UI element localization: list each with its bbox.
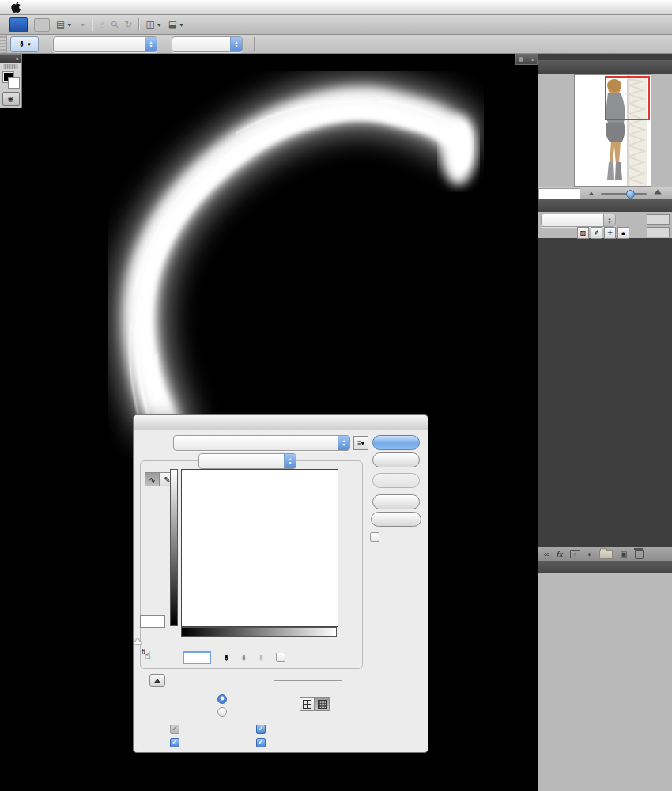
tool-preset-picker[interactable]: ✒▼ bbox=[10, 36, 39, 52]
screen-mode-button[interactable]: ⬓▼ bbox=[168, 19, 184, 30]
channel-select[interactable]: ▲▼ bbox=[198, 453, 296, 469]
stepper-icon: ▲▼ bbox=[603, 214, 615, 226]
layers-controls: ▲▼ ▨ ✐ ✛ 🔒︎ bbox=[538, 212, 672, 238]
output-field[interactable] bbox=[140, 615, 165, 628]
new-layer-icon[interactable]: ▣ bbox=[620, 550, 627, 558]
zoom-level-dropdown[interactable]: ▼ bbox=[78, 22, 85, 28]
tools-palette: » ◉ bbox=[0, 54, 22, 108]
application-bar: ▤▼ ▼ ☝ ⚲ ↻ ◫▼ ⬓▼ bbox=[0, 15, 672, 35]
edit-points-button[interactable]: ∿ bbox=[145, 472, 160, 486]
appbar-divider bbox=[92, 18, 92, 31]
on-image-adjust-tool[interactable]: ☝⇅ bbox=[145, 649, 157, 661]
highlight-input-slider[interactable] bbox=[134, 638, 142, 644]
quick-mask-mode-button[interactable]: ◉ bbox=[2, 92, 20, 106]
view-extras-button[interactable]: ▤▼ bbox=[56, 19, 72, 30]
blend-mode-select[interactable]: ▲▼ bbox=[541, 214, 616, 227]
apple-menu-icon[interactable] bbox=[11, 2, 21, 13]
layer-style-icon[interactable]: fx bbox=[557, 551, 563, 558]
simple-grid-button[interactable] bbox=[300, 697, 315, 711]
lock-pixels-button[interactable]: ✐ bbox=[591, 227, 602, 239]
menu-bar bbox=[0, 0, 672, 15]
preset-options-button[interactable]: ≡▾ bbox=[353, 436, 368, 450]
photoshop-app-icon bbox=[9, 17, 28, 32]
layers-tabstrip bbox=[538, 199, 672, 212]
curve-display-options-disclosure[interactable] bbox=[149, 674, 165, 687]
preset-select[interactable]: ▲▼ bbox=[173, 435, 350, 451]
input-field[interactable] bbox=[183, 651, 211, 664]
bridge-launch-button[interactable] bbox=[34, 18, 50, 32]
detailed-grid-button[interactable] bbox=[315, 697, 330, 711]
hand-tool-button[interactable]: ☝ bbox=[99, 19, 104, 30]
curves-dialog: ▲▼ ≡▾ ▲▼ ∿ ✎ ☝⇅ ✒ ✒ ✒ bbox=[133, 414, 428, 753]
link-layers-icon[interactable]: ∞ bbox=[544, 550, 549, 558]
zoom-out-icon[interactable] bbox=[589, 192, 594, 195]
navigator-zoom-knob[interactable] bbox=[626, 190, 635, 199]
curve-grid[interactable] bbox=[181, 469, 338, 627]
color-swatches bbox=[0, 70, 22, 90]
collapsed-strip-header[interactable]: » bbox=[516, 55, 537, 64]
sample-size-select[interactable]: ▲▼ bbox=[53, 36, 157, 52]
navigator-thumbnail bbox=[575, 75, 651, 186]
navigator-zoom-slider[interactable] bbox=[601, 193, 647, 195]
arrange-documents-button[interactable]: ◫▼ bbox=[145, 19, 161, 30]
panel-close-icon[interactable] bbox=[519, 57, 523, 62]
lock-transparency-button[interactable]: ▨ bbox=[577, 227, 589, 239]
lock-position-button[interactable]: ✛ bbox=[604, 227, 616, 239]
lock-all-button[interactable]: 🔒︎ bbox=[617, 227, 629, 239]
section-divider bbox=[274, 680, 342, 681]
options-button[interactable] bbox=[371, 512, 421, 527]
layers-footer: ∞ fx ○ ◐ ▣ bbox=[538, 547, 672, 561]
navigator-zoom-field[interactable] bbox=[538, 188, 580, 199]
cancel-button[interactable] bbox=[372, 452, 420, 467]
show-clipping-checkbox[interactable] bbox=[276, 653, 285, 662]
sample-select[interactable]: ▲▼ bbox=[172, 36, 243, 52]
add-layer-mask-icon[interactable]: ○ bbox=[570, 550, 580, 558]
stepper-icon: ▲▼ bbox=[338, 436, 349, 450]
eyedropper-icon: ✒ bbox=[16, 40, 27, 47]
toolbar-collapse-button[interactable]: » bbox=[0, 55, 21, 63]
histogram-checkbox[interactable] bbox=[170, 738, 179, 747]
tool-options-bar: ✒▼ ▲▼ ▲▼ bbox=[0, 35, 672, 54]
light-radio[interactable] bbox=[217, 694, 227, 704]
rotate-view-button[interactable]: ↻ bbox=[124, 19, 132, 30]
baseline-checkbox[interactable] bbox=[256, 725, 266, 734]
background-color-swatch[interactable] bbox=[8, 77, 20, 89]
preview-checkbox[interactable] bbox=[370, 532, 379, 542]
white-point-eyedropper[interactable]: ✒ bbox=[255, 654, 266, 662]
zoom-in-icon[interactable] bbox=[654, 190, 662, 195]
delete-layer-icon[interactable] bbox=[635, 550, 644, 559]
intersection-checkbox[interactable] bbox=[256, 738, 266, 747]
navigator-footer bbox=[538, 187, 672, 199]
dialog-title[interactable] bbox=[134, 415, 428, 430]
output-gradient-bar bbox=[170, 469, 178, 626]
stepper-icon: ▲▼ bbox=[145, 37, 157, 51]
black-point-eyedropper[interactable]: ✒ bbox=[221, 654, 232, 662]
fill-field[interactable] bbox=[647, 227, 670, 237]
stepper-icon: ▲▼ bbox=[284, 454, 296, 468]
zoom-tool-button[interactable]: ⚲ bbox=[111, 19, 119, 30]
new-group-icon[interactable] bbox=[599, 550, 613, 559]
adjustment-layer-icon[interactable]: ◐ bbox=[587, 550, 592, 558]
pigment-radio[interactable] bbox=[217, 707, 227, 717]
navigator-tabstrip bbox=[538, 60, 672, 74]
ok-button[interactable] bbox=[372, 435, 420, 450]
navigator-proxy-view[interactable] bbox=[605, 76, 650, 120]
collapsed-panels-strip: » bbox=[515, 54, 538, 65]
appbar-divider bbox=[138, 18, 139, 31]
gray-point-eyedropper[interactable]: ✒ bbox=[238, 654, 249, 662]
toolbar-grip bbox=[3, 64, 18, 69]
input-gradient-bar bbox=[181, 627, 337, 637]
stepper-icon: ▲▼ bbox=[230, 37, 242, 51]
auto-button[interactable] bbox=[372, 494, 420, 509]
channel-overlays-checkbox[interactable] bbox=[170, 725, 179, 734]
options-divider bbox=[254, 37, 255, 51]
options-bar-grip bbox=[0, 35, 7, 53]
history-panel bbox=[538, 573, 672, 791]
opacity-field[interactable] bbox=[647, 214, 670, 225]
smooth-button[interactable] bbox=[372, 473, 420, 488]
expand-panels-icon[interactable]: » bbox=[531, 57, 534, 62]
